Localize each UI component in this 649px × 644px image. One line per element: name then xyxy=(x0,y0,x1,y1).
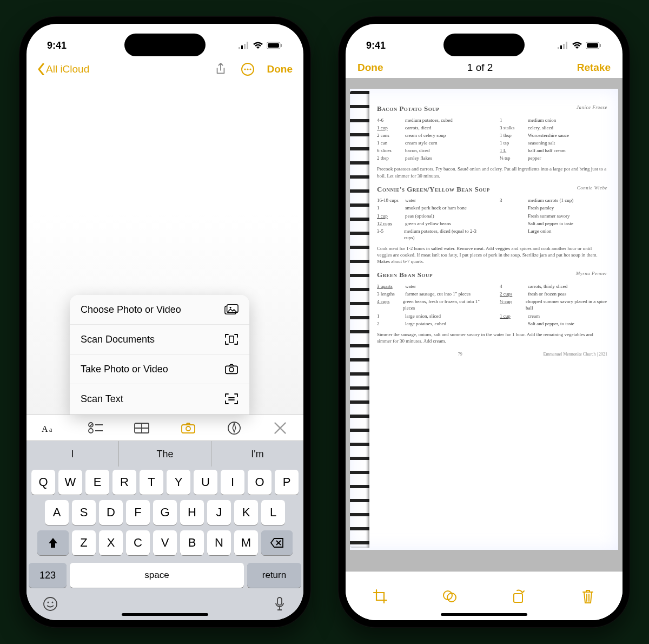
key-o[interactable]: O xyxy=(248,470,271,495)
svg-point-16 xyxy=(229,367,234,372)
chevron-left-icon xyxy=(37,63,45,75)
key-k[interactable]: K xyxy=(234,500,258,525)
return-key[interactable]: return xyxy=(247,563,301,588)
retake-button[interactable]: Retake xyxy=(577,62,611,74)
ingredient-row: 1 cuppeas (optional) xyxy=(377,213,485,219)
wifi-icon xyxy=(572,42,582,49)
ingredient-row: Salt and pepper to taste xyxy=(500,220,607,227)
ingredient-row: 1 tspseasoning salt xyxy=(500,140,607,146)
key-v[interactable]: V xyxy=(153,530,177,555)
menu-label: Scan Documents xyxy=(81,334,155,345)
svg-rect-34 xyxy=(587,43,598,48)
key-p[interactable]: P xyxy=(275,470,299,495)
more-button[interactable] xyxy=(240,62,255,77)
markup-icon[interactable] xyxy=(226,421,242,435)
key-l[interactable]: L xyxy=(261,500,285,525)
key-f[interactable]: F xyxy=(126,500,150,525)
ingredient-row: 6 slicesbacon, diced xyxy=(377,147,485,154)
key-y[interactable]: Y xyxy=(167,470,190,495)
status-time: 9:41 xyxy=(366,40,386,51)
ingredient-row: ½ cupchopped summer savory placed in a s… xyxy=(500,298,607,311)
done-button[interactable]: Done xyxy=(267,63,293,75)
ingredient-row: 4-6medium potatoes, cubed xyxy=(377,117,485,123)
ingredient-row: Large onion xyxy=(500,228,607,234)
key-t[interactable]: T xyxy=(140,470,163,495)
key-x[interactable]: X xyxy=(99,530,123,555)
status-indicators xyxy=(558,42,602,49)
svg-rect-31 xyxy=(563,44,565,49)
key-g[interactable]: G xyxy=(153,500,177,525)
key-a[interactable]: A xyxy=(45,500,69,525)
numbers-key[interactable]: 123 xyxy=(29,563,67,588)
key-i[interactable]: I xyxy=(221,470,244,495)
key-m[interactable]: M xyxy=(234,530,258,555)
menu-label: Choose Photo or Video xyxy=(81,304,181,316)
table-icon[interactable] xyxy=(134,421,150,435)
ellipsis-circle-icon xyxy=(241,62,255,76)
cell-signal-icon xyxy=(239,42,249,49)
shift-icon xyxy=(48,537,58,549)
suggestion[interactable]: The xyxy=(118,441,211,466)
key-d[interactable]: D xyxy=(99,500,123,525)
share-icon xyxy=(215,62,227,76)
menu-scan-documents[interactable]: Scan Documents xyxy=(70,325,249,354)
key-r[interactable]: R xyxy=(112,470,136,495)
rotate-icon[interactable] xyxy=(511,588,527,604)
key-q[interactable]: Q xyxy=(31,470,55,495)
svg-point-8 xyxy=(244,68,246,70)
key-b[interactable]: B xyxy=(180,530,204,555)
phone-left: 9:41 All iCloud Done xyxy=(19,16,311,628)
done-button[interactable]: Done xyxy=(357,62,383,74)
menu-choose-photo[interactable]: Choose Photo or Video xyxy=(70,295,249,325)
ingredient-row: 2 cupsfresh or frozen peas xyxy=(500,291,607,297)
delete-key[interactable] xyxy=(261,530,293,555)
scan-preview[interactable]: Bacon Potato SoupJanice Froese4-6medium … xyxy=(346,78,622,571)
key-j[interactable]: J xyxy=(207,500,231,525)
key-u[interactable]: U xyxy=(194,470,217,495)
key-s[interactable]: S xyxy=(72,500,96,525)
battery-icon xyxy=(267,42,283,49)
crop-icon[interactable] xyxy=(372,588,388,604)
note-body[interactable]: Choose Photo or Video Scan Documents Tak… xyxy=(27,81,303,415)
key-c[interactable]: C xyxy=(126,530,150,555)
checklist-icon[interactable] xyxy=(88,421,104,435)
emoji-icon[interactable] xyxy=(43,596,58,612)
close-toolbar-icon[interactable] xyxy=(272,421,288,435)
suggestion[interactable]: I'm xyxy=(211,441,303,466)
back-button[interactable]: All iCloud xyxy=(37,63,213,75)
text-format-icon[interactable]: Aa xyxy=(42,421,58,435)
ingredient-row: 1medium onion xyxy=(500,117,607,123)
shift-key[interactable] xyxy=(37,530,69,555)
wifi-icon xyxy=(253,42,263,49)
share-button[interactable] xyxy=(213,62,228,77)
key-e[interactable]: E xyxy=(85,470,109,495)
scan-navbar: Done 1 of 2 Retake xyxy=(346,56,622,78)
ingredient-row: 16-18 cupswater xyxy=(377,197,485,203)
svg-rect-35 xyxy=(600,44,601,47)
svg-point-20 xyxy=(89,429,93,433)
key-n[interactable]: N xyxy=(207,530,231,555)
page-footer: 79Emmanuel Mennonite Church | 2021 xyxy=(377,352,607,358)
camera-icon xyxy=(224,363,239,375)
photos-icon xyxy=(224,304,239,316)
recipe-title: Bacon Potato SoupJanice Froese xyxy=(377,104,607,114)
camera-attach-icon[interactable] xyxy=(180,421,196,435)
suggestion[interactable]: I xyxy=(27,441,118,466)
key-z[interactable]: Z xyxy=(72,530,96,555)
menu-take-photo[interactable]: Take Photo or Video xyxy=(70,354,249,384)
ingredient-row: 3 stalkscelery, sliced xyxy=(500,124,607,131)
ingredient-row: 2 tbspparsley flakes xyxy=(377,155,485,161)
back-label: All iCloud xyxy=(46,63,89,75)
notes-navbar: All iCloud Done xyxy=(27,56,303,81)
key-h[interactable]: H xyxy=(180,500,204,525)
svg-rect-0 xyxy=(239,47,240,49)
key-w[interactable]: W xyxy=(58,470,82,495)
home-indicator[interactable] xyxy=(441,613,527,616)
trash-icon[interactable] xyxy=(580,588,596,604)
dictation-icon[interactable] xyxy=(272,596,287,612)
menu-scan-text[interactable]: Scan Text xyxy=(70,384,249,415)
home-indicator[interactable] xyxy=(122,613,208,616)
space-key[interactable]: space xyxy=(70,563,244,588)
ingredient-row: 1smoked pork hock or ham bone xyxy=(377,205,485,211)
filter-icon[interactable] xyxy=(441,588,458,604)
